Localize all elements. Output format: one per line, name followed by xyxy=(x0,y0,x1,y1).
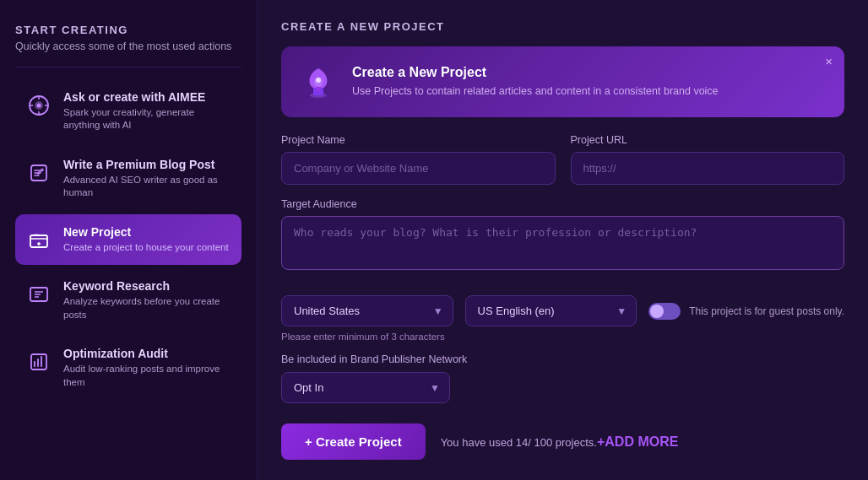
create-project-button[interactable]: + Create Project xyxy=(281,423,426,460)
project-url-input[interactable] xyxy=(571,152,845,185)
project-banner: × Create a New Project Use Projects to c… xyxy=(281,46,844,117)
country-select-wrap: United States United Kingdom Canada Aust… xyxy=(281,295,453,326)
guest-posts-label: This project is for guest posts only. xyxy=(689,305,844,317)
toggle-knob xyxy=(650,305,664,318)
new-project-label: New Project xyxy=(63,225,229,239)
sidebar: START CREATING Quickly access some of th… xyxy=(0,0,258,480)
sidebar-item-aimee[interactable]: Ask or create with AIMEE Spark your crea… xyxy=(15,79,241,143)
audit-icon xyxy=(25,348,52,375)
sidebar-item-new-project[interactable]: New Project Create a project to house yo… xyxy=(15,214,241,266)
add-more-link[interactable]: +ADD MORE xyxy=(597,434,678,449)
target-audience-input[interactable] xyxy=(281,216,844,270)
target-audience-group: Target Audience xyxy=(281,198,844,283)
aimee-label: Ask or create with AIMEE xyxy=(63,90,231,104)
aimee-icon xyxy=(25,92,52,119)
sidebar-divider xyxy=(15,67,241,67)
svg-point-16 xyxy=(34,361,35,363)
audit-desc: Audit low-ranking posts and improve them xyxy=(63,363,231,389)
keyword-text: Keyword Research Analyze keywords before… xyxy=(63,279,231,321)
audit-label: Optimization Audit xyxy=(63,347,231,360)
guest-posts-toggle-wrap: This project is for guest posts only. xyxy=(648,303,844,320)
usage-info: You have used 14/ 100 projects.+ADD MORE xyxy=(441,434,679,450)
close-icon[interactable]: × xyxy=(825,55,833,67)
bottom-row: + Create Project You have used 14/ 100 p… xyxy=(281,423,844,460)
project-name-group: Project Name xyxy=(281,134,556,185)
svg-point-2 xyxy=(37,103,41,107)
main-content: CREATE A NEW PROJECT × Create a New Proj… xyxy=(258,0,868,480)
audit-text: Optimization Audit Audit low-ranking pos… xyxy=(63,347,231,389)
language-select[interactable]: US English (en) UK English (en-gb) Frenc… xyxy=(465,295,637,326)
name-url-row: Project Name Project URL xyxy=(281,134,844,185)
sidebar-subtitle: Quickly access some of the most used act… xyxy=(15,40,241,55)
blog-icon xyxy=(25,159,52,186)
sidebar-title: START CREATING xyxy=(15,24,241,36)
country-select[interactable]: United States United Kingdom Canada Aust… xyxy=(281,295,453,326)
opt-in-select[interactable]: Opt In Opt Out xyxy=(281,372,450,403)
project-name-label: Project Name xyxy=(281,134,556,146)
sidebar-item-blog[interactable]: Write a Premium Blog Post Advanced AI SE… xyxy=(15,147,241,211)
sidebar-item-audit[interactable]: Optimization Audit Audit low-ranking pos… xyxy=(15,336,241,400)
keyword-icon xyxy=(25,281,52,308)
banner-desc: Use Projects to contain related articles… xyxy=(352,84,719,100)
target-audience-label: Target Audience xyxy=(281,198,844,210)
blog-desc: Advanced AI SEO writer as good as human xyxy=(63,174,231,200)
aimee-text: Ask or create with AIMEE Spark your crea… xyxy=(63,90,231,132)
project-url-group: Project URL xyxy=(571,134,845,185)
usage-text: You have used 14/ 100 projects. xyxy=(441,436,597,449)
blog-label: Write a Premium Blog Post xyxy=(63,158,231,171)
aimee-desc: Spark your creativity, generate anything… xyxy=(63,106,231,132)
svg-point-17 xyxy=(37,359,39,360)
project-url-label: Project URL xyxy=(571,134,845,146)
main-title: CREATE A NEW PROJECT xyxy=(281,20,844,33)
banner-icon xyxy=(298,62,339,102)
banner-title: Create a New Project xyxy=(352,65,719,80)
blog-text: Write a Premium Blog Post Advanced AI SE… xyxy=(63,158,231,200)
svg-point-18 xyxy=(41,356,42,358)
new-project-icon xyxy=(25,227,52,254)
keyword-label: Keyword Research xyxy=(63,279,231,293)
sidebar-item-keyword[interactable]: Keyword Research Analyze keywords before… xyxy=(15,268,241,332)
svg-point-22 xyxy=(316,78,321,83)
opt-in-select-wrap: Opt In Opt Out ▼ xyxy=(281,372,450,403)
svg-rect-15 xyxy=(31,354,46,369)
brand-network-label: Be included in Brand Publisher Network xyxy=(281,353,844,365)
project-name-input[interactable] xyxy=(281,152,556,185)
hint-text: Please enter minimum of 3 characters xyxy=(281,332,844,342)
guest-posts-toggle[interactable] xyxy=(648,303,681,320)
keyword-desc: Analyze keywords before you create posts xyxy=(63,295,231,321)
new-project-desc: Create a project to house your content xyxy=(63,241,229,255)
selects-row: United States United Kingdom Canada Aust… xyxy=(281,295,844,326)
language-select-wrap: US English (en) UK English (en-gb) Frenc… xyxy=(465,295,637,326)
new-project-text: New Project Create a project to house yo… xyxy=(63,225,229,255)
banner-text: Create a New Project Use Projects to con… xyxy=(352,65,719,100)
